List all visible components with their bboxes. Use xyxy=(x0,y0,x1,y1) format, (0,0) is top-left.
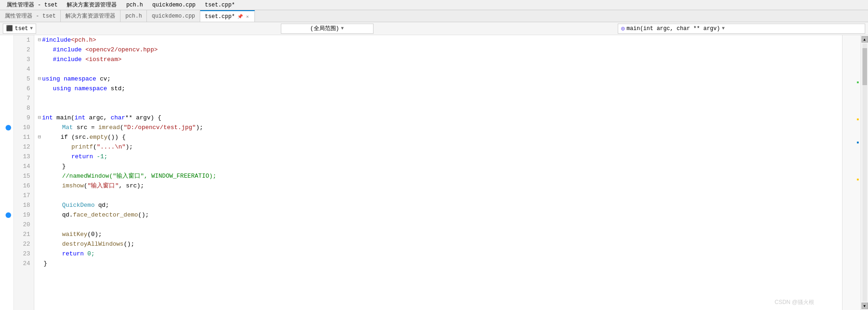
code-token: empty xyxy=(89,132,108,142)
scrollbar[interactable]: ▲ ▼ xyxy=(861,35,868,310)
code-line[interactable] xyxy=(38,93,842,103)
fold-indicator[interactable]: ⊟ xyxy=(38,74,41,84)
code-token: <opencv2/opencv.hpp> xyxy=(85,45,158,55)
margin-line xyxy=(0,249,13,259)
code-token: ("输入窗口", WINDOW_FREERATIO); xyxy=(109,171,216,181)
code-token: (); xyxy=(124,239,134,249)
scope-arrow-icon: ▼ xyxy=(341,26,344,31)
code-token: (0); xyxy=(88,229,102,239)
code-line[interactable]: ⊟using namespace cv; xyxy=(38,74,842,84)
line-number: 8 xyxy=(16,103,30,113)
code-line[interactable] xyxy=(38,103,842,113)
scope-dropdown[interactable]: (全局范围) ▼ xyxy=(281,24,374,34)
code-line[interactable]: ⊟int main(int argc, char** argv) { xyxy=(38,113,842,123)
code-token xyxy=(60,74,64,84)
margin-line xyxy=(0,103,13,113)
code-token: <iostream> xyxy=(85,55,121,64)
code-token: #include xyxy=(53,45,85,55)
title-pch[interactable]: pch.h xyxy=(121,0,147,10)
code-line[interactable] xyxy=(38,220,842,229)
code-line[interactable]: #include <opencv2/opencv.hpp> xyxy=(38,45,842,55)
code-token: qd. xyxy=(62,210,73,220)
title-solution[interactable]: 解决方案资源管理器 xyxy=(62,0,121,10)
scroll-down-button[interactable]: ▼ xyxy=(862,303,868,309)
margin-line xyxy=(0,123,13,132)
close-tab-button[interactable]: ✕ xyxy=(245,14,250,19)
code-line[interactable]: Mat src = imread("D:/opencv/test.jpg"); xyxy=(38,123,842,132)
code-line[interactable]: return -1; xyxy=(38,152,842,161)
function-icon: ⊙ xyxy=(621,25,625,32)
tab-pch-label: pch.h xyxy=(125,13,142,19)
code-token: face_detector_demo xyxy=(73,210,138,220)
line-number: 21 xyxy=(16,229,30,239)
fold-indicator[interactable]: ⊟ xyxy=(38,132,41,142)
code-line[interactable]: #include <iostream> xyxy=(38,55,842,64)
code-line[interactable]: waitKey(0); xyxy=(38,229,842,239)
margin-line xyxy=(0,191,13,200)
code-token: "D:/opencv/test.jpg" xyxy=(124,123,196,132)
scroll-track[interactable] xyxy=(862,43,867,302)
code-token: src = xyxy=(73,123,98,132)
code-line[interactable]: } xyxy=(38,259,842,268)
code-token: waitKey xyxy=(62,229,88,239)
margin-line xyxy=(0,259,13,268)
minimap-highlight xyxy=(857,81,859,83)
code-token: ( xyxy=(120,123,124,132)
title-properties[interactable]: 属性管理器 - tset xyxy=(2,0,62,10)
breakpoint-indicator[interactable] xyxy=(6,125,11,130)
code-editor[interactable]: ⊟#include<pch.h>#include <opencv2/opencv… xyxy=(34,35,842,310)
line-number: 7 xyxy=(16,93,30,103)
code-line[interactable]: ⊟if (src.empty()) { xyxy=(38,132,842,142)
margin-line xyxy=(0,152,13,161)
code-line[interactable]: //namedWindow("输入窗口", WINDOW_FREERATIO); xyxy=(38,171,842,181)
code-token: ); xyxy=(126,142,133,152)
code-lines: ⊟#include<pch.h>#include <opencv2/opencv… xyxy=(34,35,842,268)
margin-line xyxy=(0,84,13,93)
code-token: argc, xyxy=(85,113,111,123)
code-line[interactable] xyxy=(38,64,842,74)
code-line[interactable]: ⊟#include<pch.h> xyxy=(38,35,842,45)
code-line[interactable]: return 0; xyxy=(38,249,842,259)
scroll-thumb[interactable] xyxy=(862,48,867,85)
margin-line xyxy=(0,229,13,239)
tab-quickdemo[interactable]: quickdemo.cpp xyxy=(147,10,200,22)
pin-icon[interactable]: 📌 xyxy=(237,14,243,19)
code-token: char xyxy=(111,113,125,123)
line-number: 11 xyxy=(16,132,30,142)
code-token: 0; xyxy=(88,249,95,259)
fold-indicator[interactable]: ⊟ xyxy=(38,113,41,123)
code-token: main( xyxy=(53,113,75,123)
title-quickdemo[interactable]: quickdemo.cpp xyxy=(147,0,200,10)
code-line[interactable]: printf("....\n"); xyxy=(38,142,842,152)
title-tset[interactable]: tset.cpp* xyxy=(200,0,240,10)
code-line[interactable] xyxy=(38,191,842,200)
tab-bar: 属性管理器 - tset 解决方案资源管理器 pch.h quickdemo.c… xyxy=(0,10,868,22)
code-line[interactable]: qd.face_detector_demo(); xyxy=(38,210,842,220)
code-line[interactable]: destroyAllWindows(); xyxy=(38,239,842,249)
line-number: 20 xyxy=(16,220,30,229)
function-dropdown[interactable]: ⊙ main(int argc, char ** argv) ▼ xyxy=(618,24,865,34)
scroll-up-button[interactable]: ▲ xyxy=(862,36,868,43)
tab-tset-label: tset.cpp* xyxy=(205,13,235,20)
project-dropdown[interactable]: ⬛ tset ▼ xyxy=(3,24,36,34)
tab-solution[interactable]: 解决方案资源管理器 xyxy=(61,10,120,22)
code-token: ( xyxy=(93,142,97,152)
tab-pch[interactable]: pch.h xyxy=(120,10,147,22)
project-arrow-icon: ▼ xyxy=(30,26,33,31)
margin-line xyxy=(0,210,13,220)
margin-line xyxy=(0,93,13,103)
tab-solution-label: 解决方案资源管理器 xyxy=(65,12,115,20)
code-line[interactable]: imshow("输入窗口", src); xyxy=(38,181,842,191)
tab-properties-label: 属性管理器 - tset xyxy=(5,12,56,20)
code-line[interactable]: using namespace std; xyxy=(38,84,842,93)
line-number: 18 xyxy=(16,200,30,210)
fold-indicator[interactable]: ⊟ xyxy=(38,35,41,45)
line-number: 9 xyxy=(16,113,30,123)
project-label: tset xyxy=(15,25,28,32)
breakpoint-indicator[interactable] xyxy=(6,212,11,218)
left-margin xyxy=(0,35,14,310)
tab-tset[interactable]: tset.cpp* 📌 ✕ xyxy=(200,10,255,22)
code-line[interactable]: } xyxy=(38,161,842,171)
code-line[interactable]: QuickDemo qd; xyxy=(38,200,842,210)
tab-properties[interactable]: 属性管理器 - tset xyxy=(0,10,61,22)
